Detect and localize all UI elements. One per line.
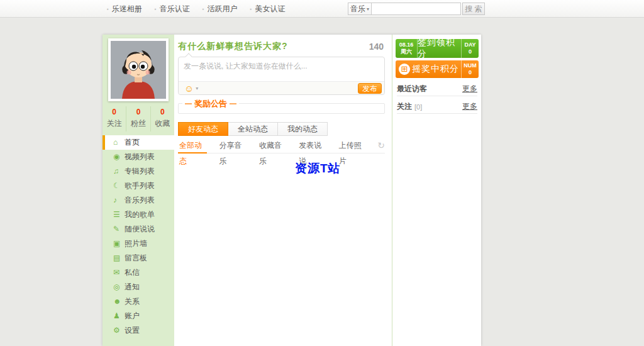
filter-uploaded-photos[interactable]: 上传照片 — [338, 138, 367, 153]
filter-posts[interactable]: 发表说说 — [297, 138, 326, 153]
avatar[interactable] — [108, 38, 169, 101]
tab-my-activity[interactable]: 我的动态 — [278, 122, 328, 136]
composer-title: 有什么新鲜事想告诉大家? — [178, 41, 288, 52]
stat-label: 收藏 — [151, 118, 174, 129]
bullet-icon: ▪ — [107, 6, 109, 12]
refresh-icon[interactable]: ↻ — [377, 140, 385, 150]
post-composer: ☺ ▾ 发布 — [178, 57, 385, 95]
section-title: 最近访客 — [397, 84, 427, 94]
sidebar-item-account[interactable]: ♟账户 — [103, 309, 174, 323]
gear-icon: ⚙ — [113, 323, 125, 338]
photo-icon: ▣ — [113, 237, 125, 251]
top-navigation-bar: ▪乐迷相册 ▪音乐认证 ▪活跃用户 ▪美女认证 音乐▾ 搜 索 — [0, 0, 644, 18]
stat-value: 0 — [126, 108, 150, 116]
emoji-icon[interactable]: ☺ — [184, 84, 194, 93]
stat-following[interactable]: 0 关注 — [103, 106, 126, 131]
filter-favorited-music[interactable]: 收藏音乐 — [258, 138, 287, 153]
bullet-icon: ▪ — [250, 6, 252, 12]
feed-tabs: 好友动态 全站动态 我的动态 — [178, 122, 385, 136]
section-title: 关注 — [397, 101, 412, 112]
topbar-link-music-verify[interactable]: ▪音乐认证 — [155, 4, 190, 14]
visitors-more-link[interactable]: 更多 — [462, 84, 477, 94]
artist-icon: ☾ — [113, 179, 125, 193]
avatar-image — [111, 41, 166, 99]
filter-shared-music[interactable]: 分享音乐 — [218, 138, 247, 153]
stat-value: 0 — [103, 108, 126, 116]
lottery-label: 摇奖中积分 — [410, 64, 461, 75]
board-icon: ▤ — [113, 251, 125, 265]
sidebar-item-music-list[interactable]: ♪音乐列表 — [103, 193, 174, 208]
gift-icon: ⊞ — [399, 64, 410, 75]
lottery-num-count: NUM0 — [461, 60, 479, 78]
sidebar-item-my-playlists[interactable]: ☰我的歌单 — [103, 208, 174, 222]
topbar-links: ▪乐迷相册 ▪音乐认证 ▪活跃用户 ▪美女认证 — [107, 0, 285, 18]
tab-friend-activity[interactable]: 好友动态 — [178, 122, 228, 136]
notification-icon: ◎ — [113, 280, 125, 294]
search-bar: 音乐▾ 搜 索 — [348, 3, 485, 15]
bullet-icon: ▪ — [203, 6, 204, 12]
stat-label: 粉丝 — [126, 118, 150, 129]
signin-label: 签到领积分 — [418, 39, 461, 58]
sidebar-item-video-list[interactable]: ◉视频列表 — [103, 150, 174, 164]
lottery-points-banner[interactable]: ⊞ 摇奖中积分 NUM0 — [396, 60, 479, 78]
left-sidebar: 0 关注 0 粉丝 0 收藏 ⌂首页 ◉视频列表 ♫专辑列表 ☾歌手列表 ♪音乐… — [103, 35, 174, 346]
sidebar-item-album-list[interactable]: ♫专辑列表 — [103, 164, 174, 179]
dash-decoration — [230, 103, 236, 104]
playlist-icon: ☰ — [113, 208, 125, 222]
stat-favorites[interactable]: 0 收藏 — [151, 106, 174, 131]
chat-icon: ✎ — [113, 222, 125, 237]
dash-decoration — [185, 103, 192, 104]
search-input[interactable] — [372, 3, 461, 15]
recent-visitors-section: 最近访客 更多 — [397, 82, 477, 96]
stat-value: 0 — [151, 108, 174, 116]
stat-fans[interactable]: 0 粉丝 — [126, 106, 150, 131]
topbar-link-active-users[interactable]: ▪活跃用户 — [203, 4, 238, 14]
filter-all-activity[interactable]: 全部动态 — [178, 138, 207, 153]
home-icon: ⌂ — [113, 135, 125, 150]
stat-label: 关注 — [103, 118, 126, 129]
sidebar-item-relations[interactable]: ☻关系 — [103, 294, 174, 309]
announcement-title: 奖励公告 — [182, 98, 239, 109]
publish-button[interactable]: 发布 — [358, 83, 382, 94]
feed-filter-tabs: 全部动态 分享音乐 收藏音乐 发表说说 上传照片 ↻ — [178, 138, 385, 153]
sidebar-item-posts[interactable]: ✎随便说说 — [103, 222, 174, 237]
sidebar-item-notifications[interactable]: ◎通知 — [103, 280, 174, 294]
topbar-link-fan-albums[interactable]: ▪乐迷相册 — [107, 4, 142, 14]
sidebar-item-photo-wall[interactable]: ▣照片墙 — [103, 237, 174, 251]
sidebar-item-home[interactable]: ⌂首页 — [103, 135, 174, 150]
profile-stats: 0 关注 0 粉丝 0 收藏 — [103, 106, 174, 131]
search-category-dropdown[interactable]: 音乐▾ — [348, 3, 372, 15]
composer-toolbar: ☺ ▾ 发布 — [179, 81, 384, 94]
signin-day-count: DAY0 — [461, 39, 479, 58]
char-counter: 140 — [369, 42, 385, 52]
music-icon: ♪ — [113, 193, 125, 208]
signin-points-banner[interactable]: 08.16周六 签到领积分 DAY0 — [396, 39, 479, 58]
right-sidebar: 08.16周六 签到领积分 DAY0 ⊞ 摇奖中积分 NUM0 最近访客 更多 … — [393, 35, 481, 346]
chevron-down-icon: ▾ — [367, 6, 369, 12]
following-section: 关注 [0] 更多 — [397, 100, 477, 114]
topbar-link-beauty-verify[interactable]: ▪美女认证 — [250, 4, 286, 14]
reward-announcement-box: 奖励公告 — [178, 103, 385, 114]
user-icon: ♟ — [113, 309, 125, 323]
profile-page-container: 0 关注 0 粉丝 0 收藏 ⌂首页 ◉视频列表 ♫专辑列表 ☾歌手列表 ♪音乐… — [103, 35, 481, 346]
post-input[interactable] — [179, 57, 384, 81]
watermark-text: 资源T站 — [295, 160, 341, 177]
mail-icon: ✉ — [113, 265, 125, 280]
sidebar-item-artist-list[interactable]: ☾歌手列表 — [103, 179, 174, 193]
sidebar-menu: ⌂首页 ◉视频列表 ♫专辑列表 ☾歌手列表 ♪音乐列表 ☰我的歌单 ✎随便说说 … — [103, 135, 174, 338]
bullet-icon: ▪ — [155, 6, 157, 12]
sidebar-item-settings[interactable]: ⚙设置 — [103, 323, 174, 338]
album-icon: ♫ — [113, 164, 125, 179]
tab-site-activity[interactable]: 全站动态 — [228, 122, 278, 136]
sidebar-item-private-messages[interactable]: ✉私信 — [103, 265, 174, 280]
chevron-down-icon[interactable]: ▾ — [196, 86, 198, 91]
following-more-link[interactable]: 更多 — [462, 101, 477, 112]
main-feed-column: 有什么新鲜事想告诉大家? 140 ☺ ▾ 发布 奖励公告 — [174, 35, 392, 346]
video-icon: ◉ — [113, 150, 125, 164]
following-count: [0] — [414, 103, 422, 111]
sidebar-item-message-board[interactable]: ▤留言板 — [103, 251, 174, 265]
signin-date: 08.16周六 — [396, 39, 418, 58]
search-button[interactable]: 搜 索 — [462, 3, 485, 15]
relations-icon: ☻ — [113, 294, 125, 309]
